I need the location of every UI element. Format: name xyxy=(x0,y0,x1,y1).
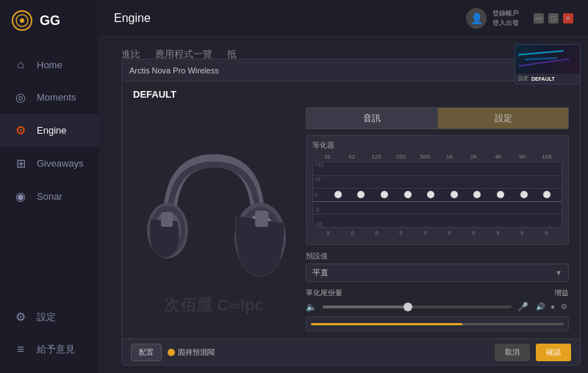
config-button[interactable]: 配置 xyxy=(131,344,162,361)
volume-label: 單化尾份量 xyxy=(306,288,343,298)
eq-section: 等化器 31 62 125 250 500 1K 2K 4K 8K xyxy=(306,135,569,245)
user-avatar[interactable]: 👤 xyxy=(466,8,487,29)
sidebar-item-giveaways[interactable]: ⊞ Giveaways xyxy=(0,147,99,180)
eq-point-4[interactable] xyxy=(396,191,420,198)
sidebar-item-settings[interactable]: ⚙ 設定 xyxy=(0,300,99,333)
eq-db-n5: -5 xyxy=(315,207,323,212)
sidebar-item-moments-label: Moments xyxy=(37,92,76,103)
eq-point-1[interactable] xyxy=(326,191,350,198)
eq-val-col-7: 0 xyxy=(462,231,485,236)
sonar-icon: ◉ xyxy=(13,189,28,203)
eq-label: 等化器 xyxy=(312,140,562,151)
settings-small-icon[interactable]: ⚙ xyxy=(559,301,569,312)
eq-freq-16k: 16K xyxy=(535,153,559,160)
ok-button[interactable]: 確認 xyxy=(536,344,571,361)
sub-vol-fill xyxy=(311,323,564,325)
sidebar-item-feedback[interactable]: ≡ 給予意見 xyxy=(0,333,99,366)
volume-down-icon: 🔈 xyxy=(306,302,317,312)
close-button[interactable]: ✕ xyxy=(563,13,573,23)
thumb-label: 設定 xyxy=(518,75,528,82)
boost-label: 增益 xyxy=(554,288,569,298)
eq-hline-4 xyxy=(313,214,562,214)
thumbnail-image xyxy=(515,45,580,73)
eq-hline-1 xyxy=(313,175,562,176)
tab-settings[interactable]: 設定 xyxy=(437,107,569,129)
steelseries-logo-icon xyxy=(12,10,32,31)
eq-freq-labels: 31 62 125 250 500 1K 2K 4K 8K 16K xyxy=(312,153,562,160)
eq-db-n10: -10 xyxy=(315,222,323,227)
headphone-image-area: 次佰屋 C∞lpc xyxy=(133,107,295,331)
volume-controls: 🔊 ● ⚙ xyxy=(534,301,569,312)
maximize-button[interactable]: □ xyxy=(548,13,559,23)
eq-point-10[interactable] xyxy=(535,191,559,198)
eq-point-9[interactable] xyxy=(512,191,536,198)
indicator-area: 固持預混閥 xyxy=(168,347,215,358)
dialog-body: DEFAULT xyxy=(122,82,580,338)
eq-freq-250: 250 xyxy=(389,153,413,160)
tab-audio[interactable]: 音訊 xyxy=(306,107,437,129)
mic-icon: 🎤 xyxy=(517,302,528,312)
eq-point-2[interactable] xyxy=(350,191,373,198)
dialog-main: 次佰屋 C∞lpc 音訊 設定 xyxy=(133,107,569,331)
page-tabs: 進比 應用程式一覽 抵 xyxy=(107,40,237,61)
sidebar-item-engine[interactable]: ⚙ Engine xyxy=(0,114,99,147)
eq-freq-8k: 8K xyxy=(511,153,535,160)
preset-label: 預設值 xyxy=(306,251,569,261)
eq-val-col-3: 0 xyxy=(365,231,388,236)
sidebar-item-engine-label: Engine xyxy=(37,125,66,136)
moments-icon: ◎ xyxy=(13,90,28,104)
svg-rect-16 xyxy=(255,211,268,227)
volume-header: 單化尾份量 增益 xyxy=(306,288,569,298)
mute-icon[interactable]: ● xyxy=(549,301,556,312)
sidebar-item-giveaways-label: Giveaways xyxy=(37,158,84,169)
indicator-text: 固持預混閥 xyxy=(178,347,215,358)
svg-rect-15 xyxy=(161,212,173,227)
sidebar-item-sonar[interactable]: ◉ Sonar xyxy=(0,180,99,213)
eq-freq-125: 125 xyxy=(364,153,388,160)
eq-freq-500: 500 xyxy=(413,153,437,160)
sidebar: GG ⌂ Home ◎ Moments ⚙ Engine ⊞ Giveaways… xyxy=(0,0,99,373)
eq-val-col-2: 0 xyxy=(341,231,364,236)
eq-point-3[interactable] xyxy=(373,191,396,198)
cancel-button[interactable]: 取消 xyxy=(495,344,530,361)
eq-val-col-5: 0 xyxy=(414,231,437,236)
eq-hline-0 xyxy=(313,201,562,202)
eq-values-row: 0 0 0 0 0 0 0 0 0 0 xyxy=(312,229,562,237)
thumb-sublabel: DEFAULT xyxy=(531,76,555,82)
headphone-image xyxy=(140,139,287,300)
chevron-down-icon: ▼ xyxy=(555,269,562,277)
sidebar-nav: ⌂ Home ◎ Moments ⚙ Engine ⊞ Giveaways ◉ … xyxy=(0,41,99,300)
eq-point-8[interactable] xyxy=(489,191,512,198)
eq-point-7[interactable] xyxy=(466,191,490,198)
volume-slider[interactable] xyxy=(323,305,512,308)
volume-thumb[interactable] xyxy=(404,303,412,311)
eq-freq-31: 31 xyxy=(315,153,340,160)
app-logo-text: GG xyxy=(40,13,60,29)
dialog-section-label: DEFAULT xyxy=(133,89,569,100)
settings-icon: ⚙ xyxy=(13,310,28,324)
eq-point-6[interactable] xyxy=(442,191,466,198)
footer-left: 配置 固持預混閥 xyxy=(131,344,215,361)
engine-icon: ⚙ xyxy=(13,123,28,137)
sub-vol-bar[interactable] xyxy=(306,316,569,331)
feedback-icon: ≡ xyxy=(13,343,28,356)
preset-select[interactable]: 平直 ▼ xyxy=(306,264,569,282)
inner-tabs: 音訊 設定 xyxy=(306,107,569,129)
giveaways-icon: ⊞ xyxy=(13,156,28,170)
sidebar-item-feedback-label: 給予意見 xyxy=(37,343,75,356)
eq-db-5: +5 xyxy=(315,177,323,182)
eq-hline-2 xyxy=(313,188,562,189)
eq-freq-2k: 2K xyxy=(462,153,486,160)
user-label-line1: 登錄帳戶 xyxy=(492,9,519,18)
eq-point-5[interactable] xyxy=(419,191,442,198)
dialog-titlebar: Arctis Nova Pro Wireless — □ ✕ xyxy=(122,59,580,82)
sidebar-item-home[interactable]: ⌂ Home xyxy=(0,48,99,81)
minimize-button[interactable]: — xyxy=(534,13,544,23)
eq-freq-62: 62 xyxy=(340,153,364,160)
main-body: 進比 應用程式一覽 抵 Arctis Nova Pro Wireless — □… xyxy=(99,37,588,373)
sidebar-item-moments[interactable]: ◎ Moments xyxy=(0,81,99,114)
eq-val-col-8: 0 xyxy=(487,231,509,236)
eq-db-0: 0 xyxy=(315,192,323,198)
speaker-icon[interactable]: 🔊 xyxy=(534,301,546,312)
svg-point-2 xyxy=(20,18,24,23)
